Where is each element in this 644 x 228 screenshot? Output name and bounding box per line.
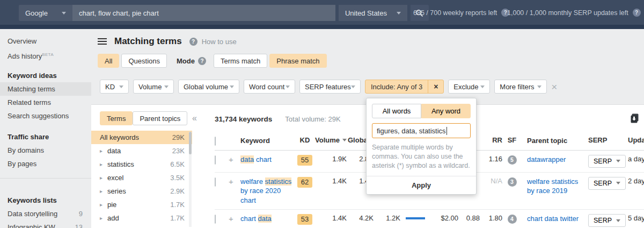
expand-icon[interactable]: ▸ xyxy=(100,161,107,167)
include-words-input[interactable]: figures, data, statistics xyxy=(372,123,471,138)
apply-button[interactable]: Apply xyxy=(367,176,476,194)
tab-terms[interactable]: Terms xyxy=(100,111,133,125)
how-to-use-link[interactable]: How to use xyxy=(202,38,237,46)
select-all-checkbox[interactable] xyxy=(215,137,216,146)
sidebar-item-ads-history[interactable]: Ads historyBETA xyxy=(0,48,91,61)
mode-label: Mode xyxy=(177,57,195,65)
sort-desc-icon xyxy=(342,139,347,141)
text-cursor xyxy=(447,127,447,135)
keyword-search-input[interactable] xyxy=(72,5,335,21)
expand-icon[interactable]: ▸ xyxy=(100,215,107,221)
keyword-link[interactable]: chart data xyxy=(240,215,272,223)
help-icon[interactable]: ? xyxy=(198,57,206,65)
keyword-link[interactable]: data chart xyxy=(240,155,272,163)
add-to-list-icon[interactable]: + xyxy=(229,177,240,186)
help-icon[interactable]: ? xyxy=(189,38,197,46)
total-volume: Total volume: 29K xyxy=(285,115,340,123)
filter-more[interactable]: More filters xyxy=(494,80,547,94)
include-filter-popover: All words Any word figures, data, statis… xyxy=(366,98,477,195)
chevron-down-icon xyxy=(397,12,401,15)
add-to-list-icon[interactable]: + xyxy=(229,155,240,164)
beta-badge: BETA xyxy=(42,52,54,57)
kd-badge: 55 xyxy=(297,155,312,166)
header-volume[interactable]: Volume xyxy=(317,136,347,144)
rr-value: 1.80 xyxy=(480,214,502,222)
sidebar-item-search-suggestions[interactable]: Search suggestions xyxy=(0,109,91,123)
expand-icon[interactable]: ▸ xyxy=(100,202,107,208)
updated-value: 5 days xyxy=(624,214,644,222)
header-kd[interactable]: KD xyxy=(293,136,317,144)
sidebar-item-by-domains[interactable]: By domains xyxy=(0,144,91,157)
sidebar-header-traffic-share: Traffic share xyxy=(0,130,91,144)
terms-row-all-keywords[interactable]: All keywords29K xyxy=(91,131,192,144)
serp-button[interactable]: SERP xyxy=(588,155,626,168)
clear-filters-icon[interactable]: × xyxy=(551,82,557,92)
volume-value: 1.4K xyxy=(317,177,347,185)
tab-questions[interactable]: Questions xyxy=(121,54,167,68)
help-icon[interactable]: ? xyxy=(633,9,641,17)
sidebar-item-matching-terms[interactable]: Matching terms xyxy=(0,82,91,96)
traffic-potential-value: 1.2K xyxy=(374,214,400,222)
keyword-link[interactable]: welfare statistics by race 2020 chart xyxy=(240,177,291,204)
filter-include-active[interactable]: Include: Any of 3 × xyxy=(365,80,444,94)
serp-button[interactable]: SERP xyxy=(588,177,626,190)
cpc-value: $2.00 xyxy=(431,214,458,222)
tab-any-word[interactable]: Any word xyxy=(421,104,471,118)
country-label: United States xyxy=(345,9,387,17)
filter-kd[interactable]: KD xyxy=(100,80,129,94)
updated-value: 2 days xyxy=(624,177,644,185)
filter-global-volume[interactable]: Global volume xyxy=(178,80,239,94)
terms-list: All keywords29K ▸ data23K ▸ statistics6.… xyxy=(91,131,192,228)
sidebar-header-keyword-ideas: Keyword ideas xyxy=(0,69,91,82)
expand-icon[interactable]: ▸ xyxy=(100,188,107,194)
search-engine-label: Google xyxy=(25,9,48,17)
sidebar-item-related-terms[interactable]: Related terms xyxy=(0,96,91,109)
terms-row[interactable]: ▸ excel3.5K xyxy=(91,171,192,184)
row-checkbox[interactable] xyxy=(215,155,216,165)
expand-icon[interactable]: ▸ xyxy=(100,148,107,154)
expand-icon[interactable]: ▸ xyxy=(100,175,107,181)
topbar: Google United States 685 / 700 weekly re… xyxy=(0,0,644,29)
serp-button[interactable]: SERP xyxy=(588,214,626,227)
table-row: + chart data 53 1.4K 4.2K 1.2K $2.00 0.8… xyxy=(215,210,644,228)
tab-parent-topics[interactable]: Parent topics xyxy=(133,111,187,125)
row-checkbox[interactable] xyxy=(215,215,216,224)
kd-badge: 62 xyxy=(297,177,312,188)
list-count: 9 xyxy=(79,207,83,220)
header-sf[interactable]: SF xyxy=(502,136,522,144)
terms-row[interactable]: ▸ data23K xyxy=(91,144,192,158)
terms-row[interactable]: ▸ statistics6.5K xyxy=(91,158,192,171)
filter-volume[interactable]: Volume xyxy=(133,80,174,94)
remove-include-filter-icon[interactable]: × xyxy=(428,80,443,93)
sidebar-item-data-storytelling[interactable]: 9Data storytelling xyxy=(0,207,91,220)
tab-terms-match[interactable]: Terms match xyxy=(214,54,267,68)
row-checkbox[interactable] xyxy=(215,177,216,187)
tab-phrase-match[interactable]: Phrase match xyxy=(269,54,326,68)
terms-row[interactable]: ▸ 20201.4K xyxy=(91,225,192,228)
terms-row[interactable]: ▸ series2.9K xyxy=(91,184,192,198)
sidebar-item-overview[interactable]: Overview xyxy=(0,34,91,48)
export-icon[interactable] xyxy=(631,113,640,125)
sidebar-item-by-pages[interactable]: By pages xyxy=(0,157,91,170)
header-updated: Updated xyxy=(624,136,644,144)
sidebar-item-infographic-kw[interactable]: 13Infographic KW xyxy=(0,220,91,228)
country-select[interactable]: United States xyxy=(339,5,407,21)
filter-word-count[interactable]: Word count xyxy=(244,80,295,94)
tab-all-words[interactable]: All words xyxy=(372,104,421,118)
terms-row[interactable]: ▸ add1.7K xyxy=(91,211,192,225)
terms-row[interactable]: ▸ pie1.7K xyxy=(91,198,192,211)
main-panel: Matching terms ? How to use All Question… xyxy=(91,29,644,228)
terms-scrollbar[interactable] xyxy=(189,132,192,227)
parent-topic-link[interactable]: datawrapper xyxy=(527,155,566,163)
search-engine-select[interactable]: Google xyxy=(19,5,72,21)
parent-topic-link[interactable]: chart data twitter xyxy=(527,215,579,223)
header-rr[interactable]: RR xyxy=(480,136,502,144)
filter-exclude[interactable]: Exclude xyxy=(448,80,490,94)
menu-icon[interactable] xyxy=(98,35,107,47)
parent-topic-link[interactable]: welfare statistics by race 2019 xyxy=(527,177,578,195)
add-to-list-icon[interactable]: + xyxy=(229,214,240,223)
volume-trend-bar xyxy=(406,217,431,219)
filter-serp-features[interactable]: SERP features xyxy=(299,80,361,94)
collapse-panel-icon[interactable]: « xyxy=(192,113,197,123)
tab-all[interactable]: All xyxy=(98,54,119,68)
